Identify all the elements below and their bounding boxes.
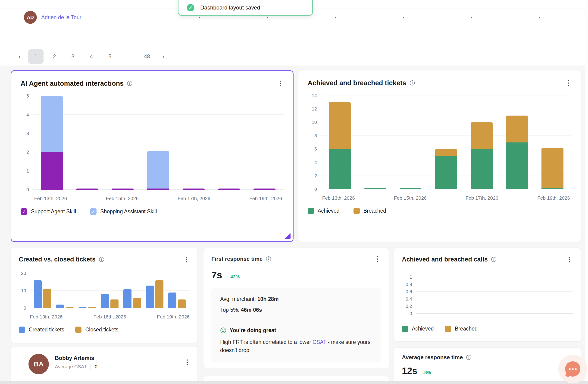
pagination-page-5[interactable]: 5: [102, 49, 118, 64]
bar-segment: [147, 189, 169, 190]
card-menu-button[interactable]: [566, 255, 573, 264]
info-icon[interactable]: [266, 256, 271, 262]
metric-label: Average CSAT: [55, 364, 87, 369]
legend-support-agent-skill[interactable]: Support Agent Skill: [21, 208, 76, 215]
x-axis-label: Feb 13th, 2026: [30, 314, 63, 320]
card-resize-handle[interactable]: [285, 233, 291, 239]
toast-notification: ✓ Dashboard layout saved: [178, 0, 313, 16]
y-axis-tick: 1: [26, 168, 29, 174]
pagination-page-3[interactable]: 3: [65, 49, 81, 64]
pagination-next-button[interactable]: ›: [158, 49, 168, 64]
empty-cell: -: [335, 11, 336, 24]
bar-segment: [41, 96, 63, 152]
legend-achieved[interactable]: Achieved: [402, 326, 434, 332]
y-axis-tick: 4: [26, 112, 29, 117]
y-axis-tick: 0: [410, 311, 412, 316]
bar: [133, 298, 141, 308]
bar: [88, 307, 96, 308]
card-title: Average response time: [402, 354, 463, 361]
card-title: Achieved and breached calls: [402, 256, 488, 263]
pagination-page-48[interactable]: 48: [139, 49, 155, 64]
info-icon[interactable]: [127, 81, 132, 86]
bar: [168, 293, 176, 308]
x-axis-label: Feb 13th, 2026: [321, 195, 357, 201]
y-axis-tick: 8: [314, 133, 317, 138]
avatar: BA: [28, 354, 49, 374]
frt-benchmark-box: Avg. merchant: 10h 28m Top 5%: 46m 06s Y…: [211, 288, 381, 363]
bar-segment: [329, 102, 351, 149]
card-menu-button[interactable]: [374, 254, 381, 264]
y-axis-tick: 3: [26, 131, 29, 136]
bar-segment: [542, 188, 564, 189]
bar-segment: [147, 151, 169, 189]
x-axis-label: Feb 19th, 2026: [536, 195, 571, 201]
x-axis-label: Feb 19th, 2026: [157, 314, 189, 320]
user-name-link[interactable]: Adrien de la Tour: [41, 11, 81, 24]
pagination-page-4[interactable]: 4: [84, 49, 99, 64]
avg-merchant-label: Avg. merchant:: [220, 296, 257, 302]
breached-swatch: [445, 326, 451, 332]
x-axis-label: [357, 195, 392, 201]
frt-delta: ↓ 42%: [227, 274, 240, 279]
legend-closed-tickets[interactable]: Closed tickets: [75, 327, 118, 333]
bar-segment: [506, 142, 528, 190]
frt-value: 7s: [211, 270, 222, 281]
y-axis-tick: 20: [21, 271, 26, 276]
y-axis-tick: 0.8: [406, 282, 412, 287]
bar-segment: [183, 189, 205, 190]
bar-segment: [364, 188, 386, 189]
y-axis-tick: 6: [314, 146, 317, 152]
card-menu-button[interactable]: [277, 79, 284, 88]
legend-breached[interactable]: Breached: [445, 326, 478, 332]
gridline: [416, 291, 573, 292]
metric-value: 0: [95, 364, 97, 369]
pagination-page-2[interactable]: 2: [47, 49, 62, 64]
legend-breached[interactable]: Breached: [354, 208, 386, 214]
bar-segment: [542, 148, 564, 188]
bar: [101, 294, 109, 308]
legend-created-tickets[interactable]: Created tickets: [19, 327, 64, 333]
csat-link[interactable]: CSAT: [313, 339, 326, 345]
chat-widget-button[interactable]: [558, 355, 587, 383]
x-axis-label: Feb 17th, 2026: [464, 195, 500, 201]
x-axis-label: [68, 196, 105, 201]
bar: [123, 289, 131, 308]
bar-segment: [435, 149, 457, 156]
shopping-assistant-skill-checkbox[interactable]: [90, 208, 97, 215]
x-axis-label: [428, 195, 464, 201]
pagination-page-1[interactable]: 1: [28, 49, 43, 64]
info-icon[interactable]: [99, 256, 105, 262]
legend-achieved[interactable]: Achieved: [308, 208, 340, 214]
card-menu-button[interactable]: [184, 358, 190, 367]
y-axis-tick: 2: [26, 149, 29, 155]
breached-swatch: [354, 208, 360, 214]
legend-label: Achieved: [412, 326, 434, 332]
y-axis-tick: 10: [21, 288, 26, 294]
agent-name: Bobby Artemis: [55, 355, 94, 361]
card-menu-button[interactable]: [565, 78, 571, 87]
bar-segment: [76, 189, 98, 190]
y-axis-tick: 12: [312, 106, 317, 111]
bar-segment: [218, 189, 240, 190]
bar-segment: [435, 156, 457, 189]
info-icon[interactable]: [491, 256, 497, 262]
support-agent-skill-checkbox[interactable]: [21, 208, 27, 215]
gridline: [416, 313, 573, 314]
card-agent-bobby: BA Bobby Artemis Average CSAT 0: [11, 347, 198, 384]
bar: [43, 289, 51, 308]
info-icon[interactable]: [466, 355, 472, 360]
card-menu-button[interactable]: [183, 255, 189, 264]
y-axis-tick: 14: [312, 93, 317, 98]
gridline: [416, 284, 573, 284]
bar-segment: [253, 189, 275, 190]
bar: [155, 280, 164, 308]
tickets-sla-chart: 02468101214Feb 13th, 2026Feb 15th, 2026F…: [308, 95, 571, 201]
avg-merchant-value: 10h 28m: [257, 296, 279, 302]
legend-shopping-assistant-skill[interactable]: Shopping Assistant Skill: [90, 208, 157, 215]
y-axis-tick: 0: [24, 305, 26, 311]
legend-label: Breached: [363, 208, 386, 214]
info-icon[interactable]: [410, 80, 415, 86]
pagination-prev-button[interactable]: ‹: [14, 49, 25, 64]
card-created-closed: Created vs. closed tickets 01020Feb 13th…: [11, 248, 198, 343]
success-check-icon: ✓: [187, 4, 194, 11]
